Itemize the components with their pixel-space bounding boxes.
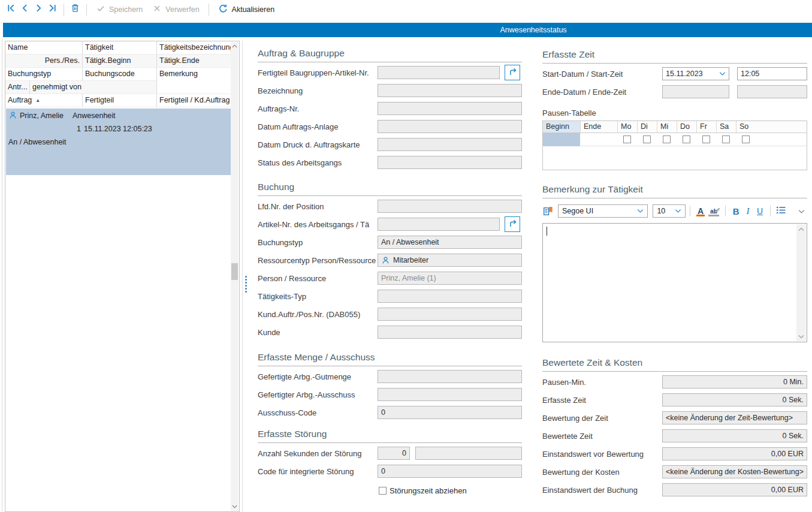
kunde-field [378, 326, 522, 339]
grid-header-taetigkeit[interactable]: Tätigkeit [82, 41, 156, 55]
grid-scrollbar-thumb[interactable] [231, 263, 238, 280]
discard-button[interactable]: Verwerfen [147, 2, 204, 17]
grid-header-bemerkung[interactable]: Bemerkung [156, 68, 231, 81]
pausen-col-so[interactable]: So [736, 121, 756, 132]
stoerungszeit-checkbox[interactable] [379, 487, 387, 495]
start-zeit-field[interactable]: 12:05 [737, 67, 807, 80]
ende-datum-field [662, 85, 729, 98]
grid-row-selected[interactable]: Prinz, Amelie Anwesenheit 1 15.11.2023 1… [6, 109, 231, 175]
attendance-window: Speichern Verwerfen Aktualisieren Anwese… [0, 0, 812, 512]
scroll-up-icon[interactable] [796, 224, 806, 234]
save-button[interactable]: Speichern [91, 2, 147, 17]
grid-header-name[interactable]: Name [5, 41, 82, 55]
delete-button[interactable] [68, 2, 82, 17]
grid-header-taetigk-beginn[interactable]: Tätigk.Beginn [82, 55, 156, 68]
so-checkbox[interactable] [742, 135, 750, 143]
sort-ascending-icon: ▲ [35, 98, 40, 103]
field-label: Einstandswert vor Bewertung [542, 450, 662, 459]
sa-checkbox[interactable] [722, 135, 730, 143]
auftragsnr-field [378, 102, 522, 115]
pausen-ende-cell[interactable] [580, 133, 617, 146]
grid-header-antrag[interactable]: Antr... [5, 81, 29, 94]
stoerung-sekunden-field[interactable]: 0 [378, 447, 410, 460]
jump-to-button[interactable] [505, 65, 520, 80]
grid-header-auftrag[interactable]: Auftrag▲ [5, 94, 82, 107]
ende-zeit-field [737, 85, 807, 98]
pausen-col-mo[interactable]: Mo [617, 121, 637, 132]
stoerung-code-field[interactable]: 0 [378, 465, 522, 478]
field-label: Start-Datum / Start-Zeit [542, 70, 662, 79]
panel-divider [242, 41, 243, 512]
textarea-scrollbar[interactable] [796, 224, 806, 341]
last-record-button[interactable] [46, 2, 59, 17]
field-label: Bewertung der Kosten [542, 468, 662, 477]
bold-button[interactable]: B [730, 204, 742, 218]
font-name-combo[interactable]: Segoe UI [558, 204, 648, 218]
pausen-col-di[interactable]: Di [637, 121, 657, 132]
pausen-col-mi[interactable]: Mi [657, 121, 677, 132]
grid-header-taetigk-ende[interactable]: Tätigk.Ende [156, 55, 231, 68]
pausen-col-fr[interactable]: Fr [696, 121, 716, 132]
toolbar-separator [64, 4, 64, 16]
datum-auftrags-anlage-field [378, 120, 522, 133]
dropdown-chevron-icon [719, 70, 726, 78]
font-color-button[interactable]: A [695, 204, 707, 218]
grid-header-buchungstyp[interactable]: Buchungstyp [5, 68, 82, 81]
jump-to-icon [508, 218, 518, 231]
field-label: Fertigteil Baugruppen-Artikel-Nr. [258, 68, 378, 77]
first-record-button[interactable] [4, 2, 18, 17]
italic-button[interactable]: I [742, 204, 754, 218]
font-book-icon[interactable] [542, 206, 554, 217]
text-caret [547, 227, 547, 236]
trash-icon [70, 3, 80, 16]
bullet-list-button[interactable] [775, 204, 787, 218]
scroll-down-icon[interactable] [231, 502, 239, 511]
pausen-row [543, 133, 807, 146]
mi-checkbox[interactable] [663, 135, 671, 143]
pausen-tabelle-label: Pausen-Tabelle [542, 109, 807, 118]
pausen-di-cell [637, 133, 657, 146]
pausen-col-sa[interactable]: Sa [716, 121, 736, 132]
next-record-button[interactable] [32, 2, 46, 17]
font-size-combo[interactable]: 10 [653, 204, 686, 218]
pausen-table-header: Beginn Ende Mo Di Mi Do Fr Sa So [543, 121, 807, 133]
grid-scrollbar[interactable] [231, 42, 239, 511]
bullet-list-icon [776, 206, 786, 217]
pausen-beginn-cell[interactable] [543, 133, 580, 146]
splitter-handle[interactable] [244, 275, 247, 294]
underline-button[interactable]: U [754, 204, 766, 218]
more-options-button[interactable] [795, 204, 807, 218]
mo-checkbox[interactable] [623, 135, 631, 143]
person-icon [8, 111, 17, 122]
section-title-menge: Erfasste Menge / Ausschuss [258, 352, 522, 366]
grid-header-fertigteil[interactable]: Fertigteil [82, 94, 156, 107]
start-datum-combo[interactable]: 15.11.2023 [662, 67, 729, 80]
di-checkbox[interactable] [643, 135, 651, 143]
grid-header-buchungscode[interactable]: Buchungscode [82, 68, 156, 81]
more-options-chevron-icon [798, 206, 805, 216]
field-label: Einstandswert der Buchung [542, 486, 662, 495]
toolbar-separator [690, 206, 690, 216]
jump-to-button[interactable] [505, 216, 520, 232]
scroll-down-icon[interactable] [796, 332, 806, 341]
pausen-col-do[interactable]: Do [677, 121, 696, 132]
highlight-button[interactable]: ab [707, 204, 721, 218]
toolbar-separator [725, 206, 726, 216]
ausschuss-code-field[interactable]: 0 [378, 406, 522, 419]
grid-header-fertigteil-kdauftrag[interactable]: Fertigteil / Kd.Auftrag [156, 94, 231, 107]
grid-header-persres[interactable]: Pers./Res. [5, 55, 82, 68]
pausen-col-ende[interactable]: Ende [580, 121, 617, 132]
do-checkbox[interactable] [683, 135, 690, 143]
fr-checkbox[interactable] [702, 135, 710, 143]
pausen-col-beginn[interactable]: Beginn [543, 121, 580, 132]
grid-header-genehmigt-von[interactable]: genehmigt von [29, 81, 156, 94]
scroll-up-icon[interactable] [231, 42, 239, 50]
datum-druck-field [378, 138, 522, 151]
discard-x-icon [152, 4, 162, 15]
refresh-button[interactable]: Aktualisieren [213, 2, 280, 17]
previous-record-button[interactable] [18, 2, 32, 17]
field-label: Datum Auftrags-Anlage [258, 122, 378, 131]
grid-header-taetigkeitsbezeichnung[interactable]: Tätigkeitsbezeichnung [156, 41, 231, 55]
bemerkung-textarea[interactable] [542, 223, 807, 342]
fertigteil-artikelnr-field [378, 66, 500, 79]
